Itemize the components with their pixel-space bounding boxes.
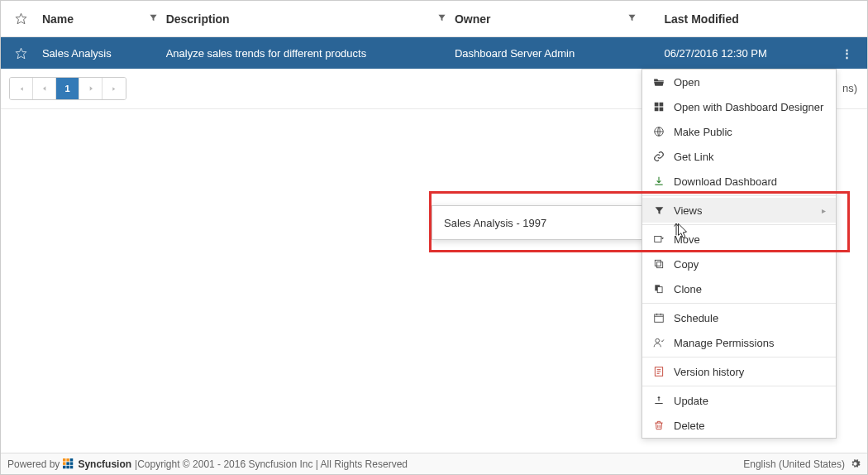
- svg-rect-16: [67, 458, 70, 462]
- brand-name: Syncfusion: [78, 458, 131, 470]
- menu-label: Delete: [674, 420, 705, 432]
- svg-rect-3: [660, 103, 664, 107]
- menu-label: Update: [674, 395, 708, 407]
- gear-icon[interactable]: [850, 458, 861, 469]
- favorite-column-header: [1, 12, 42, 25]
- calendar-icon: [652, 311, 665, 324]
- menu-schedule[interactable]: Schedule: [642, 305, 836, 330]
- menu-open[interactable]: Open: [642, 70, 836, 94]
- row-owner: Dashboard Server Admin: [455, 47, 575, 60]
- description-column-header[interactable]: Description: [166, 12, 455, 26]
- submenu-item[interactable]: Sales Analysis - 1997: [444, 217, 546, 229]
- menu-get-link[interactable]: Get Link: [642, 144, 836, 169]
- folder-open-icon: [652, 75, 665, 89]
- menu-update[interactable]: Update: [642, 388, 836, 413]
- language-selector[interactable]: English (United States): [743, 458, 861, 470]
- filter-icon[interactable]: [627, 13, 637, 24]
- row-name[interactable]: Sales Analysis: [42, 47, 112, 60]
- menu-open-with-designer[interactable]: Open with Dashboard Designer: [642, 94, 836, 119]
- menu-divider: [642, 357, 836, 357]
- pager-last-button[interactable]: [103, 78, 126, 99]
- svg-point-13: [656, 338, 660, 343]
- row-context-menu: Open Open with Dashboard Designer Make P…: [641, 69, 837, 439]
- column-label: Owner: [455, 12, 491, 26]
- svg-rect-19: [67, 462, 70, 465]
- pager: 1: [9, 77, 126, 100]
- menu-download[interactable]: Download Dashboard: [642, 169, 836, 194]
- menu-label: Make Public: [674, 126, 732, 138]
- svg-rect-17: [70, 458, 74, 462]
- clone-icon: [652, 282, 665, 295]
- pager-summary-partial: ns): [842, 82, 857, 94]
- row-last-modified: 06/27/2016 12:30 PM: [665, 47, 767, 60]
- pager-first-button[interactable]: [10, 78, 33, 99]
- svg-rect-11: [657, 287, 662, 293]
- language-label: English (United States): [743, 458, 845, 470]
- pager-prev-button[interactable]: [33, 78, 56, 99]
- menu-divider: [642, 195, 836, 196]
- menu-clone[interactable]: Clone: [642, 276, 836, 301]
- menu-label: Version history: [674, 366, 744, 378]
- brand[interactable]: Syncfusion: [63, 458, 131, 470]
- column-label: Name: [42, 12, 74, 26]
- name-column-header[interactable]: Name: [42, 12, 166, 26]
- favorite-cell[interactable]: [1, 47, 42, 60]
- last-modified-column-header[interactable]: Last Modified: [645, 12, 827, 26]
- menu-label: Download Dashboard: [674, 175, 777, 188]
- views-submenu: Sales Analysis - 1997: [432, 205, 643, 240]
- menu-divider: [642, 386, 836, 386]
- menu-divider: [642, 224, 836, 225]
- download-icon: [652, 175, 665, 188]
- menu-move[interactable]: Move: [642, 227, 836, 252]
- star-icon: [15, 12, 27, 25]
- designer-icon: [652, 100, 665, 113]
- move-icon: [652, 233, 665, 246]
- column-label: Description: [166, 12, 230, 26]
- row-description: Analyze sales trends for different produ…: [166, 47, 367, 60]
- update-icon: [652, 394, 665, 407]
- menu-copy[interactable]: Copy: [642, 252, 836, 276]
- syncfusion-logo-icon: [63, 458, 74, 470]
- menu-label: Open with Dashboard Designer: [674, 101, 823, 113]
- svg-rect-4: [655, 108, 659, 112]
- svg-rect-22: [67, 465, 70, 468]
- menu-label: Schedule: [674, 312, 718, 324]
- menu-divider: [642, 303, 836, 304]
- permissions-icon: [652, 336, 665, 349]
- pager-next-button[interactable]: [79, 78, 103, 99]
- globe-icon: [652, 125, 665, 138]
- footer: Powered by Syncfusion |Copyright © 2001 …: [1, 453, 867, 474]
- menu-make-public[interactable]: Make Public: [642, 119, 836, 144]
- svg-rect-12: [655, 314, 664, 322]
- pager-page-current[interactable]: 1: [56, 78, 79, 99]
- menu-permissions[interactable]: Manage Permissions: [642, 330, 836, 355]
- svg-marker-0: [17, 13, 27, 24]
- svg-marker-1: [17, 48, 27, 59]
- link-icon: [652, 150, 665, 163]
- menu-label: Manage Permissions: [674, 337, 774, 349]
- menu-views[interactable]: Views ▸: [642, 198, 836, 223]
- menu-label: Open: [674, 76, 700, 89]
- filter-icon: [652, 204, 665, 217]
- table-row[interactable]: Sales Analysis Analyze sales trends for …: [1, 37, 867, 69]
- menu-label: Copy: [674, 258, 699, 271]
- filter-icon[interactable]: [149, 13, 158, 24]
- menu-delete[interactable]: Delete: [642, 413, 836, 438]
- trash-icon: [652, 419, 665, 432]
- column-label: Last Modified: [665, 12, 739, 26]
- star-icon[interactable]: [15, 47, 27, 60]
- menu-label: Move: [674, 233, 700, 246]
- row-actions-button[interactable]: ⋮: [842, 47, 852, 60]
- menu-label: Views: [674, 204, 702, 217]
- footer-copyright: |Copyright © 2001 - 2016 Syncfusion Inc …: [135, 458, 408, 470]
- history-icon: [652, 365, 665, 378]
- svg-rect-8: [657, 262, 663, 268]
- svg-rect-2: [655, 103, 659, 107]
- owner-column-header[interactable]: Owner: [455, 12, 645, 26]
- svg-rect-7: [655, 237, 661, 242]
- svg-rect-20: [70, 462, 74, 465]
- copy-icon: [652, 257, 665, 271]
- filter-icon[interactable]: [437, 13, 446, 24]
- table-header: Name Description Owner Last Modified: [1, 1, 867, 37]
- menu-version-history[interactable]: Version history: [642, 359, 836, 384]
